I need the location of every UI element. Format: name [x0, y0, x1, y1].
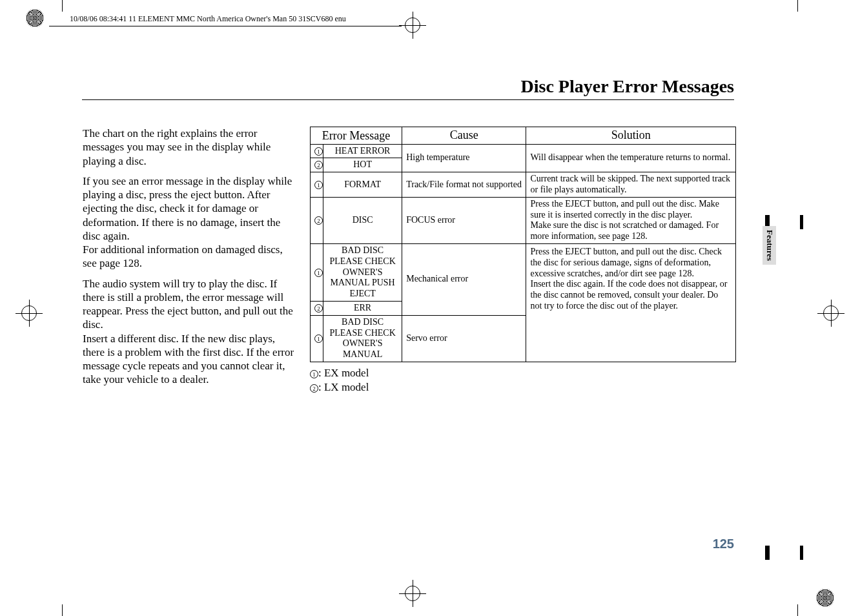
print-header-metadata: 10/08/06 08:34:41 11 ELEMENT MMC North A…	[70, 14, 346, 24]
msg-label: BAD DISC PLEASE CHECK OWNER'S MANUAL	[323, 315, 402, 362]
printer-registration-tl	[26, 9, 44, 27]
model-ref: 2	[311, 158, 323, 172]
crop-line	[797, 604, 798, 616]
solution-cell: Current track will be skipped. The next …	[526, 172, 736, 198]
table-row: 2 DISC FOCUS error Press the EJECT butto…	[311, 197, 736, 243]
crop-register-bottom	[403, 584, 422, 603]
model-ref: 1	[311, 315, 323, 362]
table-legend: 1: EX model 2: LX model	[310, 366, 736, 395]
page-number: 125	[713, 537, 734, 551]
cause-cell: Track/File format not supported	[402, 172, 526, 198]
header-error-message: Error Message	[311, 127, 402, 145]
model-ref: 2	[311, 301, 323, 315]
cause-cell: FOCUS error	[402, 197, 526, 243]
solution-cell: Press the EJECT button, and pull out the…	[526, 197, 736, 243]
crop-register-right	[821, 303, 841, 323]
error-table-container: Error Message Cause Solution 1 HEAT ERRO…	[310, 127, 736, 395]
msg-label: FORMAT	[323, 172, 402, 198]
printer-registration-br	[816, 589, 834, 607]
table-row: 1 FORMAT Track/File format not supported…	[311, 172, 736, 198]
model-ref: 2	[311, 197, 323, 243]
msg-label: HOT	[323, 158, 402, 172]
page-title: Disc Player Error Messages	[521, 76, 734, 97]
cause-cell: Mechanical error	[402, 243, 526, 315]
intro-paragraph: The chart on the right explains the erro…	[83, 127, 296, 168]
retry-paragraph-b: Insert a different disc. If the new disc…	[83, 332, 296, 387]
instructions-paragraph-a: If you see an error message in the displ…	[83, 174, 296, 243]
cause-cell: High temperature	[402, 144, 526, 172]
header-cause: Cause	[402, 127, 526, 145]
msg-label: DISC	[323, 197, 402, 243]
table-row: 1 HEAT ERROR High temperature Will disap…	[311, 144, 736, 158]
crop-line	[62, 604, 63, 616]
cause-cell: Servo error	[402, 315, 526, 362]
crop-line	[797, 0, 798, 12]
instructions-paragraph-b: For additional information on damaged di…	[83, 243, 296, 271]
legend-line-1: 1: EX model	[310, 366, 736, 380]
table-header-row: Error Message Cause Solution	[311, 127, 736, 145]
msg-label: BAD DISC PLEASE CHECK OWNER'S MANUAL PUS…	[323, 243, 402, 301]
msg-label: ERR	[323, 301, 402, 315]
msg-label: HEAT ERROR	[323, 144, 402, 158]
solution-cell: Will disappear when the temperature retu…	[526, 144, 736, 172]
error-messages-table: Error Message Cause Solution 1 HEAT ERRO…	[310, 127, 736, 362]
edge-index-bar	[800, 546, 803, 560]
legend-line-2: 2: LX model	[310, 380, 736, 395]
model-ref: 1	[311, 144, 323, 158]
title-underline	[82, 99, 734, 100]
crop-register-left	[19, 303, 39, 323]
section-thumb-tab-label: Features	[764, 230, 775, 261]
model-ref: 1	[311, 243, 323, 301]
table-row: 1 BAD DISC PLEASE CHECK OWNER'S MANUAL P…	[311, 243, 736, 301]
header-underline	[49, 26, 402, 26]
crop-register-top	[403, 15, 422, 35]
body-text-column: The chart on the right explains the erro…	[83, 127, 296, 393]
model-ref: 1	[311, 172, 323, 198]
header-solution: Solution	[526, 127, 736, 145]
crop-line	[62, 0, 63, 12]
edge-index-bar	[800, 215, 803, 229]
section-thumb-tab: Features	[763, 226, 776, 265]
edge-index-bar	[765, 546, 770, 560]
solution-cell: Press the EJECT button, and pull out the…	[526, 243, 736, 362]
retry-paragraph-a: The audio system will try to play the di…	[83, 277, 296, 332]
